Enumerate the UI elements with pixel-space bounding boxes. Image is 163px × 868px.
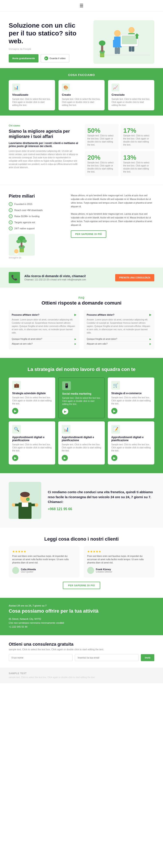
faq-question-1[interactable]: Possono affittare dolor? ▶ — [87, 313, 151, 316]
faq-label: FAQ — [9, 296, 154, 299]
milestone-check-0: ✓ — [9, 202, 12, 206]
milestones-image — [9, 234, 35, 256]
strategy-card-title-1: Social media marketing — [62, 392, 101, 395]
strategy-btn-3[interactable]: ▶ — [12, 455, 18, 461]
stars-0: ★★★★★ — [12, 550, 76, 553]
strategy-card-text-2: Sample text. Click to select the text bo… — [111, 396, 151, 405]
faq-title: Ottieni risposte a domande comuni — [9, 300, 154, 306]
who-text: Lorem ipsum dolor sit amet consectetur a… — [9, 150, 78, 169]
svg-point-33 — [20, 492, 30, 497]
strategy-btn-4[interactable]: ▶ — [62, 455, 68, 461]
person-section: ✓ Ci rendiamo conto che conduci una vita… — [0, 473, 163, 528]
strategy-icon-3: 🔍 — [12, 425, 21, 434]
strategy-card-title-0: Strategia aziendale digitale — [12, 392, 52, 395]
strategy-card-text-5: Sample text. Click to select the text bo… — [111, 443, 151, 452]
svg-rect-10 — [117, 48, 120, 54]
feature-text-2: Sample text. Click to select the text bo… — [111, 98, 151, 107]
bottom-cta-label: Aiutaci 24 ore su 24, 7 giorni su 7 — [9, 604, 154, 607]
feature-item-2: 📈 Cresciuto Sample text. Click to select… — [108, 80, 154, 110]
bottom-cta-title: Cosa possiamo offrire per la tua attivit… — [9, 608, 154, 614]
name-input[interactable] — [9, 654, 73, 661]
stars-1: ★★★★★ — [87, 550, 151, 553]
milestone-check-3: ✓ — [9, 220, 12, 224]
strategy-card-1: 📱 Social media marketing Sample text. Cl… — [58, 377, 105, 418]
email-input[interactable] — [75, 654, 139, 661]
strategy-btn-1[interactable]: ▶ — [62, 408, 68, 414]
svg-point-4 — [99, 40, 105, 46]
author-role-0: CEO Quotior — [21, 570, 36, 573]
watch-video-button[interactable]: ▶ Guarda il video — [41, 54, 69, 62]
stat-1: 17% Sample text. Click to select the tex… — [121, 124, 154, 149]
milestone-plant-illustration — [10, 235, 34, 254]
stat-text-2: Sample text. Click to select the text bo… — [87, 161, 116, 174]
svg-point-26 — [16, 240, 21, 243]
bottom-cta-item-2: +1 222 545 55 44 — [9, 625, 154, 629]
feature-text-0: Sample text. Click to select the text bo… — [12, 98, 52, 107]
footer-sample-text: sample text. Click to select the text bo… — [9, 676, 154, 679]
strategy-card-title-4: Approfondimenti digitali e pianificazion… — [62, 436, 101, 442]
stat-number-0: 50% — [87, 127, 116, 134]
faq-answer-0: Answer: Lorem ipsum dolor sit amet, cons… — [12, 318, 76, 334]
hero-image — [84, 20, 154, 64]
milestones-left: Pietre miliari ✓ Founded in 2015 ✓ Reach… — [9, 194, 64, 259]
stat-3: 13% Sample text. Click to select the tex… — [121, 151, 154, 176]
svg-point-27 — [22, 239, 27, 243]
features-label: Cosa facciamo — [9, 73, 154, 76]
feature-item-0: 📊 Visualizzato Sample text. Click to sel… — [9, 80, 55, 110]
strategy-icon-1: 📱 — [62, 381, 71, 390]
svg-rect-29 — [14, 253, 18, 254]
svg-point-37 — [12, 503, 15, 507]
stat-text-3: Sample text. Click to select the text bo… — [123, 161, 152, 174]
avatar-1 — [87, 567, 94, 574]
stat-number-3: 13% — [123, 154, 152, 161]
svg-rect-18 — [122, 35, 137, 44]
cta-text: Alla ricerca di domande di visto, chiama… — [24, 274, 111, 281]
milestone-check-4: ✓ — [9, 226, 12, 230]
hero-text: Soluzione con un clic per il tuo statico… — [9, 22, 79, 62]
strategy-icon-0: 💼 — [12, 381, 21, 390]
testimonial-author-1: Frank Kinney Creative Director — [87, 567, 151, 574]
stat-0: 50% Sample text. Click to select the tex… — [85, 124, 119, 149]
strategy-card-2: 🛒 Strategia di e-commerce Sample text. C… — [108, 377, 154, 418]
person-illustration: ✓ — [9, 482, 41, 519]
strategy-card-0: 💼 Strategia aziendale digitale Sample te… — [9, 377, 55, 418]
svg-rect-7 — [113, 40, 115, 48]
footer-sample-label: Sample text — [9, 672, 154, 675]
bottom-cta-item-0: 65 Street, Network City, NYPD — [9, 617, 154, 621]
faq-link-0-0[interactable]: Quisque fringilla sit amet dolor? ▶ — [12, 337, 76, 341]
svg-point-11 — [128, 27, 134, 33]
book-consultation-button[interactable]: PRENOTA UNA CONSULENZA — [115, 274, 154, 281]
feature-icon-0: 📊 — [12, 84, 20, 91]
strategy-icon-2: 🛒 — [111, 381, 120, 390]
strategy-btn-2[interactable]: ▶ — [111, 408, 117, 414]
milestones-title: Pietre miliari — [9, 194, 64, 198]
cta-title: Alla ricerca di domande di visto, chiama… — [24, 274, 111, 278]
strategy-card-text-4: Sample text. Click to select the text bo… — [62, 443, 101, 452]
submit-button[interactable]: Inviò — [141, 654, 154, 661]
image-caption: Immagine da — [9, 256, 64, 259]
faq-section: FAQ Ottieni risposte a domande comuni Po… — [0, 288, 163, 358]
faq-question-0[interactable]: Possono affittare dolor? ▶ — [12, 313, 76, 316]
strategy-btn-5[interactable]: ▶ — [111, 455, 117, 461]
hamburger-icon[interactable]: ☰ — [79, 3, 84, 8]
testimonials-section: Leggi cosa dicono i nostri clienti ★★★★★… — [0, 528, 163, 598]
start-free-button[interactable]: Avvia gratuitamente — [9, 54, 38, 62]
milestone-item-2: ✓ Raise $10M+ in funding — [9, 214, 64, 218]
faq-link-1-1[interactable]: Aliquam at sem odio? ▶ — [87, 341, 151, 346]
faq-link-arrow-1-1: ▶ — [150, 343, 151, 345]
faq-link-0-1[interactable]: Aliquam at sem odio? ▶ — [12, 341, 76, 346]
who-label: Chi siamo — [9, 124, 78, 127]
testimonial-author-0: Celia Almeda CEO Quotior — [12, 567, 76, 574]
faq-link-1-0[interactable]: Quisque fringilla sit amet dolor? ▶ — [87, 337, 151, 341]
strategy-card-5: 📝 Approfondimenti digitali e pianificazi… — [108, 422, 154, 464]
feature-icon-2: 📈 — [111, 84, 119, 91]
learn-more-button[interactable]: PER SAPERNE DI PIÙ — [71, 230, 106, 238]
stat-2: 20% Sample text. Click to select the tex… — [85, 151, 119, 176]
svg-point-5 — [114, 30, 121, 36]
strategy-card-text-3: Sample text. Click to select the text bo… — [12, 443, 52, 452]
navbar: ☰ — [0, 0, 163, 11]
faq-answer-1: Answer: Lorem ipsum dolor sit amet, cons… — [87, 318, 151, 334]
strategy-card-title-2: Strategia di e-commerce — [111, 392, 151, 395]
strategy-btn-0[interactable]: ▶ — [12, 408, 18, 414]
testimonials-more-button[interactable]: PER SAPERNE DI PIÙ — [63, 582, 100, 589]
